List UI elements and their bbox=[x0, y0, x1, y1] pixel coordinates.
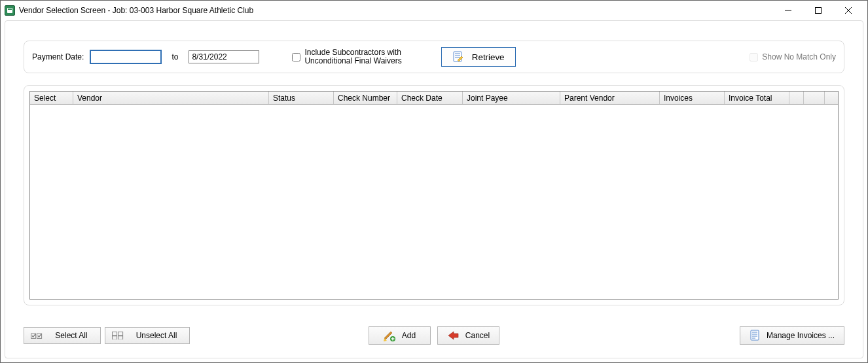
select-all-label: Select All bbox=[49, 331, 94, 340]
select-all-icon bbox=[31, 330, 43, 341]
svg-rect-15 bbox=[118, 336, 122, 339]
inner-frame: Payment Date: to Include Subcontractors … bbox=[5, 20, 863, 358]
bottom-bar: Select All Unselect All Add bbox=[24, 322, 844, 349]
manage-invoices-icon bbox=[750, 330, 761, 341]
column-header[interactable]: Check Date bbox=[397, 92, 463, 104]
app-icon bbox=[5, 5, 15, 16]
filter-panel: Payment Date: to Include Subcontractors … bbox=[24, 41, 844, 73]
column-header[interactable]: Joint Payee bbox=[463, 92, 560, 104]
payment-date-to-input[interactable] bbox=[189, 50, 259, 63]
grid-body[interactable] bbox=[30, 105, 838, 299]
include-subcontractors-label: Include Subcontractors with Unconditiona… bbox=[304, 48, 401, 65]
column-header[interactable]: Vendor bbox=[73, 92, 269, 104]
unselect-all-icon bbox=[112, 330, 124, 341]
grid-header: SelectVendorStatusCheck NumberCheck Date… bbox=[30, 92, 838, 105]
manage-invoices-button[interactable]: Manage Invoices ... bbox=[740, 326, 844, 345]
cancel-button[interactable]: Cancel bbox=[437, 326, 499, 345]
show-no-match-label: Show No Match Only bbox=[762, 52, 836, 61]
minimize-icon bbox=[785, 7, 791, 14]
include-subcontractors-checkbox[interactable]: Include Subcontractors with Unconditiona… bbox=[292, 48, 401, 65]
svg-rect-14 bbox=[112, 336, 117, 339]
minimize-button[interactable] bbox=[773, 1, 803, 20]
svg-rect-12 bbox=[112, 332, 117, 335]
column-header[interactable]: Invoices bbox=[660, 92, 725, 104]
column-header[interactable]: Invoice Total bbox=[725, 92, 789, 104]
window-title: Vendor Selection Screen - Job: 03-003 Ha… bbox=[19, 6, 773, 15]
retrieve-button[interactable]: Retrieve bbox=[441, 47, 516, 67]
cancel-icon bbox=[447, 330, 459, 341]
close-icon bbox=[845, 7, 852, 14]
column-header[interactable]: Status bbox=[269, 92, 334, 104]
add-button[interactable]: Add bbox=[369, 326, 431, 345]
svg-rect-19 bbox=[751, 330, 759, 340]
show-no-match-input[interactable] bbox=[750, 53, 758, 61]
include-subcontractors-input[interactable] bbox=[292, 53, 300, 61]
window-controls bbox=[773, 1, 863, 20]
column-header[interactable]: Check Number bbox=[334, 92, 397, 104]
grid-panel: SelectVendorStatusCheck NumberCheck Date… bbox=[24, 85, 844, 305]
maximize-button[interactable] bbox=[803, 1, 833, 20]
add-icon bbox=[384, 330, 395, 341]
column-header[interactable]: Parent Vendor bbox=[560, 92, 660, 104]
manage-invoices-label: Manage Invoices ... bbox=[767, 331, 835, 340]
maximize-icon bbox=[815, 7, 822, 14]
column-header[interactable]: Select bbox=[30, 92, 73, 104]
unselect-all-button[interactable]: Unselect All bbox=[105, 327, 190, 344]
window-root: Vendor Selection Screen - Job: 03-003 Ha… bbox=[0, 0, 868, 363]
titlebar: Vendor Selection Screen - Job: 03-003 Ha… bbox=[1, 1, 867, 20]
retrieve-button-label: Retrieve bbox=[472, 52, 505, 62]
center-buttons: Add Cancel bbox=[369, 326, 499, 345]
cancel-button-label: Cancel bbox=[465, 331, 490, 340]
svg-rect-3 bbox=[816, 8, 822, 14]
column-header[interactable] bbox=[789, 92, 804, 104]
svg-rect-13 bbox=[118, 332, 122, 335]
add-button-label: Add bbox=[402, 331, 416, 340]
payment-date-label: Payment Date: bbox=[32, 52, 84, 61]
unselect-all-label: Unselect All bbox=[130, 331, 183, 340]
show-no-match-checkbox[interactable]: Show No Match Only bbox=[750, 52, 836, 61]
column-header[interactable] bbox=[804, 92, 825, 104]
select-all-button[interactable]: Select All bbox=[24, 327, 101, 344]
retrieve-icon bbox=[452, 51, 464, 63]
vendor-grid[interactable]: SelectVendorStatusCheck NumberCheck Date… bbox=[29, 91, 839, 300]
to-label: to bbox=[172, 52, 178, 61]
payment-date-from-input[interactable] bbox=[90, 50, 161, 63]
svg-rect-1 bbox=[8, 9, 12, 10]
client-area: Payment Date: to Include Subcontractors … bbox=[1, 20, 867, 362]
close-button[interactable] bbox=[833, 1, 863, 20]
